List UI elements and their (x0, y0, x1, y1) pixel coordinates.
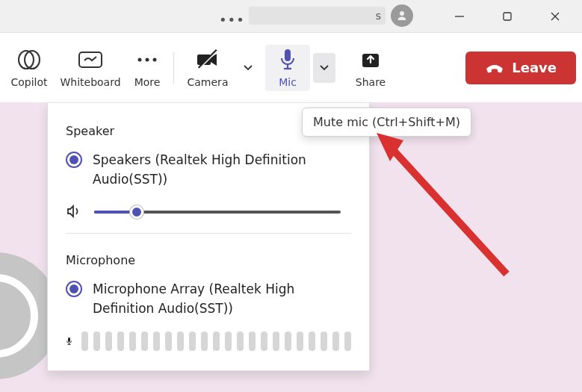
window-caption: s (249, 7, 386, 25)
copilot-icon (16, 49, 42, 71)
camera-button[interactable]: Camera (179, 43, 237, 93)
svg-rect-13 (285, 49, 291, 61)
svg-point-9 (153, 57, 157, 61)
minimize-icon (454, 11, 465, 22)
svg-point-7 (138, 57, 142, 61)
mic-chevron-button[interactable] (313, 53, 335, 83)
close-icon (550, 11, 560, 22)
microphone-device-label[interactable]: Microphone Array (Realtek High Definitio… (93, 279, 351, 319)
share-icon (359, 49, 382, 70)
leave-button[interactable]: Leave (465, 52, 576, 84)
svg-point-8 (146, 57, 149, 61)
camera-chevron-button[interactable] (237, 53, 259, 83)
window-minimize-button[interactable] (436, 0, 483, 33)
person-icon (395, 9, 409, 22)
more-icon (136, 56, 158, 63)
chevron-down-icon (243, 63, 253, 73)
maximize-icon (502, 11, 513, 22)
meeting-toolbar: Copilot Whiteboard More Came (0, 33, 582, 103)
camera-off-icon (194, 49, 221, 71)
caption-suffix: s (376, 10, 381, 22)
mic-level-row (66, 332, 351, 351)
svg-rect-17 (68, 337, 70, 342)
leave-label: Leave (512, 60, 557, 75)
title-more-icon[interactable]: ••• (219, 12, 245, 28)
whiteboard-label: Whiteboard (60, 76, 120, 88)
camera-label: Camera (188, 76, 229, 88)
window-maximize-button[interactable] (483, 0, 531, 33)
whiteboard-button[interactable]: Whiteboard (55, 43, 126, 93)
user-avatar[interactable] (391, 4, 413, 27)
share-label: Share (356, 76, 386, 88)
copilot-label: Copilot (10, 76, 47, 88)
more-button[interactable]: More (126, 43, 169, 93)
window-titlebar: ••• s (0, 0, 582, 33)
speaker-device-label[interactable]: Speakers (Realtek High Definition Audio(… (93, 150, 351, 190)
toolbar-divider (173, 52, 174, 84)
audio-settings-panel: Speaker Speakers (Realtek High Definitio… (47, 103, 370, 371)
chevron-down-icon (319, 63, 329, 73)
microphone-radio[interactable] (66, 281, 82, 297)
window-close-button[interactable] (531, 0, 579, 33)
microphone-icon (279, 48, 297, 72)
mic-label: Mic (279, 76, 297, 88)
speaker-volume-row (66, 203, 351, 220)
copilot-button[interactable]: Copilot (3, 43, 55, 93)
whiteboard-icon (78, 49, 103, 70)
microphone-icon (66, 332, 72, 350)
mic-tooltip: Mute mic (Ctrl+Shift+M) (302, 108, 471, 137)
more-label: More (134, 76, 161, 88)
microphone-heading: Microphone (66, 253, 351, 267)
share-button[interactable]: Share (346, 43, 395, 93)
tooltip-text: Mute mic (Ctrl+Shift+M) (313, 115, 460, 129)
mic-level-meter (81, 332, 351, 351)
phone-down-icon (485, 61, 504, 75)
mic-button[interactable]: Mic (265, 45, 310, 91)
speaker-icon (66, 203, 82, 220)
svg-rect-1 (504, 13, 511, 20)
slider-thumb[interactable] (130, 205, 143, 219)
speaker-radio[interactable] (66, 152, 82, 168)
speaker-volume-slider[interactable] (94, 205, 341, 218)
panel-divider (66, 233, 351, 234)
